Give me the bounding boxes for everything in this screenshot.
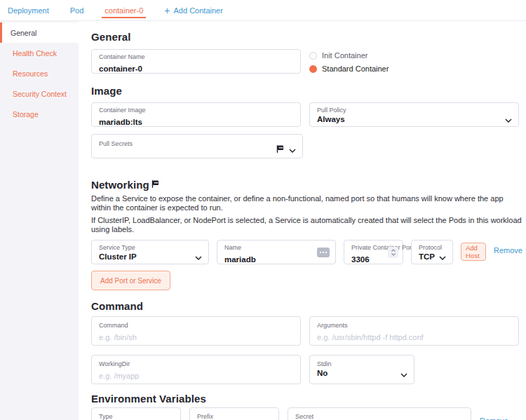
private-port-input[interactable] (351, 255, 376, 264)
remove-port-link[interactable]: Remove (494, 246, 522, 255)
standard-container-radio[interactable]: Standard Container (309, 65, 519, 73)
tab-deployment[interactable]: Deployment (8, 0, 49, 21)
pull-policy-select[interactable]: Pull Policy Always (309, 102, 519, 127)
sidebar-item-general[interactable]: General (0, 22, 79, 43)
private-port-field-box: Private Container Port (344, 240, 403, 264)
env-type-select[interactable]: Type Secret (91, 407, 181, 420)
command-input[interactable] (99, 333, 293, 341)
init-container-radio-label: Init Container (322, 51, 367, 60)
arguments-field-box: Arguments (309, 316, 519, 346)
arguments-input[interactable] (317, 333, 511, 341)
pull-policy-value: Always (317, 115, 511, 123)
pull-secrets-select[interactable]: Pull Secrets (91, 134, 303, 158)
workingdir-field-box: WorkingDir (91, 355, 301, 384)
radio-selected-icon (309, 65, 317, 73)
container-config-panel: General Container Name Init Container St… (79, 21, 526, 420)
protocol-select[interactable]: Protocol TCP (411, 240, 453, 264)
ellipsis-badge-icon[interactable] (317, 248, 330, 257)
env-section-title: Environment Variables (91, 393, 522, 405)
container-name-input[interactable] (99, 65, 293, 73)
command-section-title: Command (91, 300, 522, 312)
standard-container-radio-label: Standard Container (322, 65, 389, 73)
command-label: Command (99, 322, 293, 329)
init-container-radio[interactable]: Init Container (309, 51, 519, 60)
sidebar-item-health-check[interactable]: Health Check (0, 43, 79, 63)
container-image-field-box: Container Image (91, 102, 301, 127)
pull-policy-label: Pull Policy (317, 107, 511, 114)
chevron-down-icon (505, 113, 512, 126)
stdin-value: No (317, 369, 407, 377)
add-host-button[interactable]: Add Host (461, 243, 486, 261)
networking-description-line1: Define a Service to expose the container… (91, 194, 522, 212)
container-tab-bar: Deployment Pod container-0 + Add Contain… (0, 0, 526, 21)
arguments-label: Arguments (317, 322, 511, 329)
plus-icon: + (164, 6, 170, 15)
networking-description-line2: If ClusterIP, LoadBalancer, or NodePort … (91, 216, 522, 234)
flag-icon (151, 178, 159, 190)
sidebar-item-storage[interactable]: Storage (0, 104, 79, 124)
radio-unselected-icon (309, 52, 317, 60)
image-section-title: Image (91, 85, 522, 97)
port-name-field-box: Name (217, 240, 336, 264)
command-field-box: Command (91, 316, 301, 346)
general-section-title: General (91, 31, 522, 43)
workingdir-input[interactable] (99, 372, 293, 380)
env-type-label: Type (99, 413, 173, 420)
container-image-label: Container Image (99, 107, 293, 114)
pull-secrets-label: Pull Secrets (99, 140, 295, 147)
env-prefix-field-box: Prefix (189, 407, 279, 420)
tab-container-0[interactable]: container-0 (104, 0, 143, 21)
number-stepper[interactable] (388, 247, 398, 258)
chevron-down-icon (195, 250, 202, 263)
service-type-select[interactable]: Service Type Cluster IP (91, 240, 209, 264)
flag-icon (276, 143, 284, 156)
remove-env-var-link[interactable]: Remove (480, 416, 508, 420)
workingdir-label: WorkingDir (99, 360, 293, 367)
stdin-select[interactable]: Stdin No (309, 355, 414, 384)
env-secret-select[interactable]: Secret mariadb-secret (288, 407, 471, 420)
add-container-label: Add Container (174, 6, 223, 15)
sidebar-item-security-context[interactable]: Security Context (0, 83, 79, 104)
container-name-field-box: Container Name (91, 49, 301, 74)
chevron-down-icon (400, 367, 407, 380)
chevron-down-icon (439, 250, 446, 263)
env-secret-label: Secret (295, 413, 464, 420)
tab-pod[interactable]: Pod (70, 0, 84, 21)
port-name-label: Name (224, 244, 328, 251)
chevron-down-icon (289, 143, 296, 156)
port-name-input[interactable] (224, 255, 302, 264)
container-section-sidebar: General Health Check Resources Security … (0, 21, 79, 420)
service-type-value: Cluster IP (99, 252, 201, 261)
networking-section-title: Networking (91, 178, 522, 191)
networking-title-text: Networking (91, 179, 149, 191)
stdin-label: Stdin (317, 360, 407, 367)
container-image-input[interactable] (99, 118, 293, 126)
add-port-or-service-button[interactable]: Add Port or Service (91, 271, 170, 290)
env-prefix-label: Prefix (197, 413, 271, 420)
add-container-button[interactable]: + Add Container (164, 0, 223, 21)
service-type-label: Service Type (99, 244, 201, 251)
sidebar-item-resources[interactable]: Resources (0, 63, 79, 83)
container-name-label: Container Name (99, 53, 293, 60)
